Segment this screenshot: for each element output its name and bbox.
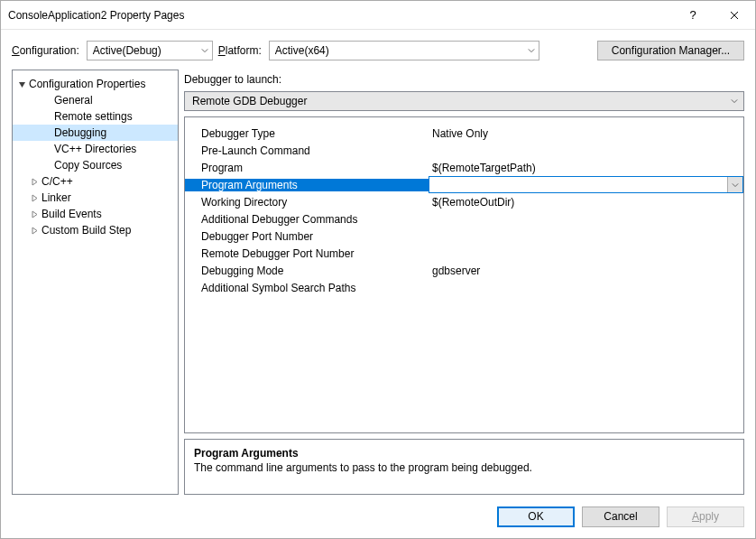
tree-item-debugging[interactable]: Debugging [13, 125, 178, 141]
configuration-manager-button[interactable]: Configuration Manager... [597, 41, 744, 60]
tree-item-label: Remote settings [54, 110, 133, 123]
grid-row[interactable]: Remote Debugger Port Number [185, 245, 743, 262]
debugger-to-launch-value: Remote GDB Debugger [192, 95, 307, 107]
debugger-to-launch-label: Debugger to launch: [184, 70, 744, 86]
grid-row[interactable]: Program Arguments [185, 176, 743, 193]
platform-label: Platform: [218, 44, 262, 57]
titlebar: ConsoleApplication2 Property Pages ? [1, 1, 755, 30]
property-name: Debugging Mode [185, 265, 429, 277]
chevron-right-icon [29, 210, 40, 218]
chevron-right-icon [29, 178, 40, 186]
tree-item-label: C/C++ [41, 175, 73, 188]
tree-item-general[interactable]: General [13, 92, 178, 108]
close-button[interactable] [714, 1, 755, 29]
dialog-footer: OK Cancel Apply [1, 495, 755, 538]
right-pane: Debugger to launch: Remote GDB Debugger … [184, 70, 744, 495]
chevron-down-icon [16, 80, 27, 88]
config-tree[interactable]: Configuration Properties GeneralRemote s… [12, 70, 179, 495]
grid-row[interactable]: Debugging Modegdbserver [185, 262, 743, 279]
property-name: Remote Debugger Port Number [185, 247, 429, 260]
description-text: The command line arguments to pass to th… [194, 461, 734, 474]
platform-combo[interactable]: Active(x64) [269, 41, 539, 60]
platform-value: Active(x64) [275, 44, 329, 57]
tree-item-label: Copy Sources [54, 159, 122, 172]
tree-item-copy-sources[interactable]: Copy Sources [13, 157, 178, 173]
tree-item-vc-directories[interactable]: VC++ Directories [13, 141, 178, 157]
tree-item-linker[interactable]: Linker [13, 190, 178, 206]
grid-row[interactable]: Debugger Port Number [185, 228, 743, 245]
property-name: Additional Symbol Search Paths [185, 282, 429, 294]
property-name: Additional Debugger Commands [185, 213, 429, 226]
configuration-combo[interactable]: Active(Debug) [87, 41, 213, 60]
dropdown-button[interactable] [727, 177, 742, 192]
property-name: Program [185, 162, 429, 174]
grid-row[interactable]: Working Directory$(RemoteOutDir) [185, 193, 743, 210]
grid-row[interactable]: Additional Symbol Search Paths [185, 279, 743, 296]
tree-item-label: Build Events [41, 208, 102, 220]
tree-item-custom-build-step[interactable]: Custom Build Step [13, 222, 178, 238]
main-area: Configuration Properties GeneralRemote s… [1, 70, 755, 495]
debugger-to-launch-combo[interactable]: Remote GDB Debugger [184, 91, 744, 111]
grid-row[interactable]: Additional Debugger Commands [185, 210, 743, 228]
chevron-down-icon [731, 98, 738, 105]
configuration-value: Active(Debug) [93, 44, 161, 57]
cancel-button[interactable]: Cancel [582, 506, 659, 527]
tree-item-label: General [54, 94, 93, 107]
description-heading: Program Arguments [194, 447, 734, 460]
property-value[interactable]: $(RemoteTargetPath) [429, 162, 743, 174]
property-name: Pre-Launch Command [185, 144, 429, 157]
tree-item-label: VC++ Directories [54, 143, 136, 155]
grid-row[interactable]: Pre-Launch Command [185, 142, 743, 159]
property-name: Debugger Port Number [185, 230, 429, 243]
tree-item-label: Linker [41, 191, 71, 204]
property-value[interactable]: $(RemoteOutDir) [429, 196, 743, 209]
chevron-right-icon [29, 227, 40, 235]
property-description: Program Arguments The command line argum… [184, 439, 744, 495]
tree-item-build-events[interactable]: Build Events [13, 206, 178, 222]
tree-item-label: Debugging [54, 126, 106, 139]
window-title: ConsoleApplication2 Property Pages [8, 9, 672, 22]
grid-row[interactable]: Program$(RemoteTargetPath) [185, 159, 743, 176]
property-name: Program Arguments [185, 179, 429, 191]
property-value[interactable] [429, 176, 743, 193]
tree-root[interactable]: Configuration Properties [13, 76, 178, 92]
ok-button[interactable]: OK [497, 506, 575, 527]
configuration-label: Configuration: [12, 44, 79, 57]
apply-button[interactable]: Apply [667, 506, 744, 527]
chevron-down-icon [201, 47, 208, 54]
close-icon [730, 11, 739, 20]
property-name: Debugger Type [185, 127, 429, 140]
chevron-down-icon [528, 47, 535, 54]
property-name: Working Directory [185, 196, 429, 209]
chevron-right-icon [29, 194, 40, 202]
grid-row[interactable]: Debugger TypeNative Only [185, 125, 743, 142]
property-grid[interactable]: Debugger TypeNative OnlyPre-Launch Comma… [184, 116, 744, 433]
property-value[interactable]: gdbserver [429, 265, 743, 277]
property-value[interactable]: Native Only [429, 127, 743, 140]
tree-item-label: Custom Build Step [41, 224, 131, 237]
property-pages-window: ConsoleApplication2 Property Pages ? Con… [0, 0, 756, 539]
config-toolbar: Configuration: Active(Debug) Platform: A… [1, 30, 755, 70]
tree-item-c-c-[interactable]: C/C++ [13, 173, 178, 190]
tree-item-remote-settings[interactable]: Remote settings [13, 108, 178, 125]
help-button[interactable]: ? [672, 1, 714, 29]
